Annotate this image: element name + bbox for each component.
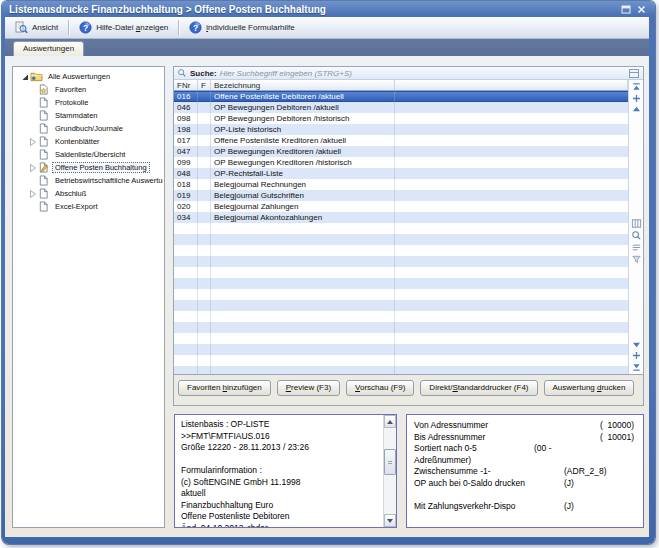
parameter-label: Mit Zahlungsverkehr-Dispo <box>414 501 516 513</box>
individuelle-formularhilfe-button[interactable]: ? individuelle Formularhilfe <box>182 18 302 37</box>
hilfe-datei-anzeigen-button[interactable]: ? Hilfe-Datei anzeigen <box>72 18 175 37</box>
tree-item-grundbuch-journale[interactable]: Grundbuch/Journale <box>13 122 164 135</box>
tab-auswertungen[interactable]: Auswertungen <box>13 41 84 56</box>
auswertung-drucken-button[interactable]: Auswertung drucken <box>544 380 635 396</box>
info-panel-scrollbar[interactable] <box>383 415 396 527</box>
column-header-f[interactable]: F <box>198 80 211 90</box>
table-row-empty <box>174 223 628 234</box>
scroll-last-icon[interactable] <box>631 361 642 372</box>
parameter-value: ( 10001) <box>600 432 639 444</box>
application-window: Listenausdrucke Finanzbuchhaltung > Offe… <box>2 1 655 544</box>
page-icon <box>37 136 50 147</box>
search-bar[interactable]: Suche: Hier Suchbegriff eingeben (STRG+S… <box>174 67 643 80</box>
tree-item-label: Favoriten <box>52 84 89 95</box>
info-line: Finanzbuchhaltung Euro <box>181 500 381 512</box>
tree-item-label: Grundbuch/Journale <box>52 123 126 134</box>
info-line: aktuell <box>181 488 381 500</box>
table-row[interactable]: 020Belegjournal Zahlungen <box>174 201 628 212</box>
preview-f3-button[interactable]: Preview (F3) <box>277 380 340 396</box>
table-row[interactable]: 019Belegjournal Gutschriften <box>174 190 628 201</box>
table-row[interactable]: 099OP Bewegungen Kreditoren /historisch <box>174 157 628 168</box>
text-view-icon[interactable] <box>631 242 642 253</box>
table-row[interactable]: 047OP Bewegungen Kreditoren /aktuell <box>174 146 628 157</box>
scroll-page-up-icon[interactable] <box>631 93 642 104</box>
collapsed-expander-icon[interactable] <box>27 163 37 173</box>
parameter-line: OP auch bei 0-Saldo drucken(J) <box>414 478 639 490</box>
page-icon <box>37 201 50 212</box>
preview-magnifier-icon <box>15 21 28 34</box>
table-row[interactable]: 018Belegjournal Rechnungen <box>174 179 628 190</box>
table-row-empty <box>174 289 628 300</box>
collapsed-expander-icon[interactable] <box>27 137 37 147</box>
collapsed-expander-icon[interactable] <box>27 189 37 199</box>
close-window-button[interactable] <box>635 4 648 15</box>
table-row[interactable]: 016Offene Postenliste Debitoren /aktuell <box>174 91 628 102</box>
table-row[interactable]: 034Belegjournal Akontozahlungen <box>174 212 628 223</box>
tree-item-label: Stammdaten <box>52 110 101 121</box>
help-icon: ? <box>79 21 92 34</box>
folder-root-icon <box>30 71 43 82</box>
column-header-empty <box>395 80 628 90</box>
parameter-line: Zwischensumme -1-(ADR_2_8) <box>414 466 639 478</box>
table-row-empty <box>174 366 628 374</box>
table-row[interactable]: 048OP-Rechtsfall-Liste <box>174 168 628 179</box>
ansicht-button[interactable]: Ansicht <box>8 18 65 37</box>
content-area: Alle AuswertungenFavoritenProtokolleStam… <box>5 56 649 537</box>
scroll-up-icon[interactable] <box>631 104 642 115</box>
search-input[interactable]: Hier Suchbegriff eingeben (STRG+S) <box>220 69 352 78</box>
table-row[interactable]: 046OP Bewegungen Debitoren /aktuell <box>174 102 628 113</box>
tree-item-label: Protokolle <box>52 97 91 108</box>
expander-spacer <box>27 98 37 108</box>
tree-item-kontenbl-tter[interactable]: Kontenblätter <box>13 135 164 148</box>
table-row[interactable]: 098OP Bewegungen Debitoren /historisch <box>174 113 628 124</box>
column-header-bezeichnung[interactable]: Bezeichnung <box>211 80 395 90</box>
tree-item-protokolle[interactable]: Protokolle <box>13 96 164 109</box>
print-parameters-panel: Von Adressnummer( 10000)Bis Adressnummer… <box>406 414 644 528</box>
parameter-value: (J) <box>564 501 574 513</box>
table-row-empty <box>174 344 628 355</box>
tree-item-saldenliste-bersicht[interactable]: Saldenliste/Übersicht <box>13 148 164 161</box>
tab-band: Auswertungen <box>5 39 649 56</box>
tree-item-label: Excel-Export <box>52 201 101 212</box>
expander-spacer <box>27 176 37 186</box>
parameter-line: Sortiert nach 0-5(00 - <box>414 443 639 455</box>
direkt-standarddrucker-f4-button[interactable]: Direkt/Standarddrucker (F4) <box>420 380 537 396</box>
search-label: Suche: <box>190 69 217 78</box>
scroll-page-down-icon[interactable] <box>631 350 642 361</box>
parameter-label: Bis Adressnummer <box>414 432 485 444</box>
expander-spacer <box>27 202 37 212</box>
toolbar-separator <box>68 20 69 35</box>
search-tool-icon[interactable] <box>631 230 642 241</box>
parameter-label: Von Adressnummer <box>414 420 488 432</box>
info-line: Listenbasis : OP-LISTE <box>181 419 381 431</box>
expanded-expander-icon[interactable] <box>20 72 30 82</box>
table-row[interactable]: 198OP-Liste historisch <box>174 124 628 135</box>
expander-spacer <box>27 150 37 160</box>
tree-item-abschlu[interactable]: Abschluß <box>13 187 164 200</box>
table-options-icon[interactable] <box>628 68 640 79</box>
scrollbar-thumb[interactable] <box>384 449 396 475</box>
scroll-down-icon[interactable] <box>631 339 642 350</box>
parameter-label: Sortiert nach 0-5 <box>414 443 477 455</box>
filter-icon[interactable] <box>631 254 642 265</box>
tree-item-offene-posten-buchhaltung[interactable]: Offene Posten Buchhaltung <box>13 161 164 174</box>
scroll-first-icon[interactable] <box>631 82 642 93</box>
table-row[interactable]: 017Offene Postenliste Kreditoren /aktuel… <box>174 135 628 146</box>
tree-item-stammdaten[interactable]: Stammdaten <box>13 109 164 122</box>
tree-item-excel-export[interactable]: Excel-Export <box>13 200 164 213</box>
restore-window-button[interactable] <box>619 4 632 15</box>
scrollbar-up-button[interactable] <box>384 415 396 428</box>
vorschau-f9-button[interactable]: Vorschau (F9) <box>346 380 414 396</box>
parameter-value: (ADR_2_8) <box>564 466 607 478</box>
parameter-label: Zwischensumme -1- <box>414 466 491 478</box>
tree-item-alle-auswertungen[interactable]: Alle Auswertungen <box>13 70 164 83</box>
form-info-text: Listenbasis : OP-LISTE>>FMT\FMTFIAUS.016… <box>175 415 383 527</box>
page-icon <box>37 188 50 199</box>
column-header-fnr[interactable]: FNr <box>174 80 198 90</box>
parameter-line: Mit Zahlungsverkehr-Dispo(J) <box>414 501 639 513</box>
column-chooser-icon[interactable] <box>631 218 642 229</box>
favoriten-hinzufuegen-button[interactable]: Favoriten hinzufügen <box>178 380 271 396</box>
tree-item-favoriten[interactable]: Favoriten <box>13 83 164 96</box>
tree-item-betriebswirtschaftliche-auswertungen[interactable]: Betriebswirtschaftliche Auswertungen <box>13 174 164 187</box>
scrollbar-down-button[interactable] <box>384 514 396 527</box>
